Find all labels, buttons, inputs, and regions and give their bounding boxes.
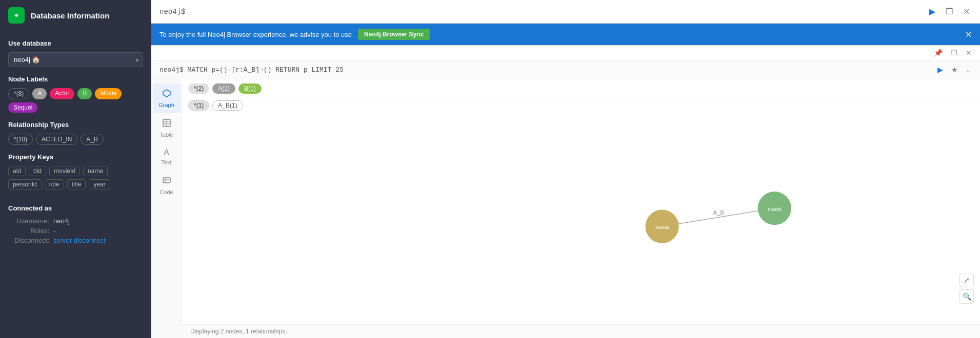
tab-table-label: Table <box>159 132 173 138</box>
node-label-b[interactable]: B <box>77 88 92 99</box>
result-topbar: 📌 ❐ ✕ <box>151 46 980 60</box>
query-text: neo4j$ MATCH p=()-[r:A_B]→() RETURN p LI… <box>159 66 929 74</box>
tab-code-label: Code <box>159 189 173 195</box>
zoom-in-button[interactable]: 🔍 <box>959 289 974 304</box>
node-labels-tags: *(8) A Actor B Movie Sequel <box>8 88 143 113</box>
view-tabs: Graph Table A Text <box>151 79 182 338</box>
username-label: Username: <box>8 217 49 225</box>
username-value: neo4j <box>53 217 70 225</box>
prop-movieid[interactable]: movieId <box>49 166 80 176</box>
node-label-actor[interactable]: Actor <box>50 88 74 99</box>
filter-chips-row2: *(1) A_B(1) <box>182 98 980 115</box>
node-label-all[interactable]: *(8) <box>8 88 29 99</box>
tab-text-label: Text <box>161 159 171 165</box>
sidebar-title: Database Information <box>31 11 109 20</box>
disconnect-label: Disconnect: <box>8 237 49 244</box>
bookmark-button[interactable]: ★ <box>949 65 960 75</box>
command-input[interactable] <box>159 8 927 16</box>
notification-banner: To enjoy the full Neo4j Browser experien… <box>151 24 980 45</box>
roles-label: Roles: <box>8 227 49 235</box>
graph-controls: ⤢ 🔍 <box>959 273 974 304</box>
filter-chips-row1: *(2) A(1) B(1) <box>182 79 980 98</box>
sidebar-header: Database Information <box>0 0 151 31</box>
command-bar: ▶ ❐ ✕ <box>151 0 980 24</box>
tab-text[interactable]: A Text <box>153 143 181 171</box>
svg-marker-1 <box>163 90 170 97</box>
run-button[interactable]: ▶ <box>927 5 937 18</box>
filter-area: *(2) A(1) B(1) *(1) A_B(1) <box>182 79 980 338</box>
filter-chip-ab[interactable]: A_B(1) <box>212 100 243 111</box>
filter-chip-all[interactable]: *(2) <box>188 83 209 94</box>
prop-title[interactable]: title <box>67 179 86 189</box>
node-label-sequel[interactable]: Sequel <box>8 102 37 113</box>
prop-ald[interactable]: ald <box>8 166 26 176</box>
zoom-fit-button[interactable]: ⤢ <box>959 273 974 287</box>
connected-as-title: Connected as <box>8 204 143 212</box>
notif-message: To enjoy the full Neo4j Browser experien… <box>159 31 352 38</box>
tab-code[interactable]: Code <box>153 171 181 200</box>
prop-bld[interactable]: bld <box>29 166 46 176</box>
close-button[interactable]: ✕ <box>961 5 972 18</box>
notif-close-button[interactable]: ✕ <box>965 30 972 39</box>
node-labels-title: Node Labels <box>8 75 143 83</box>
username-row: Username: neo4j <box>8 217 143 225</box>
rel-type-acted-in[interactable]: ACTED_IN <box>36 134 77 145</box>
node-xiaoa-label: xiaoa <box>655 224 670 230</box>
node-xiaob-label: xiaob <box>768 206 782 212</box>
node-label-movie[interactable]: Movie <box>95 88 122 99</box>
table-tab-icon <box>162 118 171 130</box>
connected-as-section: Username: neo4j Roles: - Disconnect: ser… <box>8 217 143 244</box>
status-text: Displaying 2 nodes, 1 relationships. <box>190 328 287 335</box>
download-button[interactable]: ↓ <box>964 65 972 75</box>
roles-value: - <box>53 227 55 235</box>
prop-name[interactable]: name <box>83 166 108 176</box>
status-bar: Displaying 2 nodes, 1 relationships. <box>182 324 980 338</box>
close-result-button[interactable]: ✕ <box>964 48 974 58</box>
svg-rect-2 <box>163 119 170 126</box>
filter-chip-b[interactable]: B(1) <box>238 83 262 94</box>
sidebar: Database Information Use database neo4j … <box>0 0 151 338</box>
query-actions: ▶ ★ ↓ <box>935 65 972 75</box>
roles-row: Roles: - <box>8 227 143 235</box>
main-area: ▶ ❐ ✕ To enjoy the full Neo4j Browser ex… <box>151 0 980 338</box>
prop-personid[interactable]: personId <box>8 179 42 189</box>
tab-table[interactable]: Table <box>153 113 181 143</box>
re-run-button[interactable]: ▶ <box>935 65 945 75</box>
graph-svg: A_B xiaoa xiaob <box>182 115 980 324</box>
code-tab-icon <box>162 176 171 187</box>
prop-role[interactable]: role <box>45 179 64 189</box>
pin-button[interactable]: 📌 <box>932 48 945 58</box>
result-panel: 📌 ❐ ✕ neo4j$ MATCH p=()-[r:A_B]→() RETUR… <box>151 45 980 338</box>
tab-graph-label: Graph <box>158 102 174 108</box>
cmd-actions: ▶ ❐ ✕ <box>927 5 972 18</box>
db-select[interactable]: neo4j 🏠 <box>8 52 143 67</box>
filter-chip-a[interactable]: A(1) <box>212 83 235 94</box>
node-label-a[interactable]: A <box>32 88 47 99</box>
prop-keys-tags: ald bld movieId name personId role title… <box>8 166 143 189</box>
app-logo <box>8 7 25 24</box>
rel-type-all[interactable]: *(10) <box>8 134 33 145</box>
text-tab-icon: A <box>164 148 169 157</box>
neo4j-browser-sync-button[interactable]: Neo4j Browser Sync <box>358 29 430 40</box>
result-body: Graph Table A Text <box>151 79 980 338</box>
query-header: neo4j$ MATCH p=()-[r:A_B]→() RETURN p LI… <box>151 60 980 79</box>
svg-rect-6 <box>163 178 170 183</box>
disconnect-row: Disconnect: server disconnect <box>8 237 143 244</box>
prop-year[interactable]: year <box>89 179 110 189</box>
rel-type-ab[interactable]: A_B <box>81 134 104 145</box>
tab-graph[interactable]: Graph <box>153 83 181 113</box>
graph-tab-icon <box>162 89 171 100</box>
sidebar-content: Use database neo4j 🏠 ▾ Node Labels *(8) … <box>0 31 151 338</box>
expand-result-button[interactable]: ❐ <box>949 48 959 58</box>
rel-types-tags: *(10) ACTED_IN A_B <box>8 134 143 145</box>
expand-button[interactable]: ❐ <box>944 5 955 18</box>
use-database-label: Use database <box>8 39 143 47</box>
divider <box>8 198 143 198</box>
db-select-wrap: neo4j 🏠 ▾ <box>8 52 143 67</box>
edge-label: A_B <box>713 209 724 216</box>
filter-chip-rel-all[interactable]: *(1) <box>188 100 209 111</box>
rel-types-title: Relationship Types <box>8 121 143 129</box>
graph-canvas: A_B xiaoa xiaob ⤢ 🔍 <box>182 115 980 324</box>
server-disconnect-link[interactable]: server disconnect <box>53 237 106 244</box>
prop-keys-title: Property Keys <box>8 153 143 161</box>
